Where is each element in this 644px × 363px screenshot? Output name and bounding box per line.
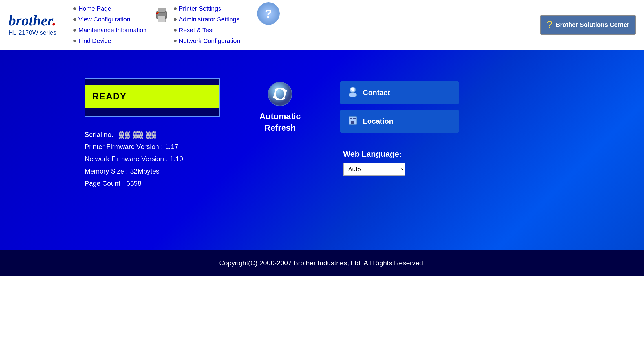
nav-bullet (73, 7, 76, 10)
nav-printer-settings-label: Printer Settings (179, 5, 221, 12)
nav-find-device[interactable]: Find Device (73, 37, 147, 45)
nav-right-col: Printer Settings Administrator Settings … (174, 5, 240, 45)
svg-rect-1 (158, 8, 165, 12)
location-label: Location (363, 117, 393, 126)
model-name: HL-2170W series (8, 29, 56, 36)
memory-label: Memory Size : (85, 165, 128, 177)
nav-left-col: Home Page View Configuration Maintenance… (73, 5, 147, 45)
location-icon (347, 114, 358, 128)
language-label: Web Language: (343, 150, 402, 159)
language-select[interactable]: Auto English French German Spanish Japan… (343, 163, 405, 176)
nav-admin-settings[interactable]: Administrator Settings (174, 16, 240, 23)
nav-reset-test-label: Reset & Test (179, 27, 214, 34)
status-bottom-bar (85, 108, 219, 116)
device-info: Serial no. : ▓▓ ▓▓ ▓▓ Printer Firmware V… (85, 128, 183, 189)
serial-label: Serial no. : (85, 128, 117, 141)
nav-bullet (174, 7, 177, 10)
nav-view-config-label: View Configuration (78, 16, 130, 23)
page-count-label: Page Count : (85, 177, 124, 189)
header: brother. HL-2170W series Home Page View … (0, 0, 644, 50)
svg-point-5 (268, 82, 292, 106)
nav-printer-settings[interactable]: Printer Settings (174, 5, 240, 12)
svg-rect-14 (353, 118, 356, 119)
nav-network-config-label: Network Configuration (179, 37, 240, 45)
nav-bullet (73, 29, 76, 32)
network-firmware-row: Network Firmware Version : 1.10 (85, 153, 183, 165)
memory-row: Memory Size : 32Mbytes (85, 165, 183, 177)
svg-rect-12 (351, 121, 354, 124)
logo-area: brother. HL-2170W series (8, 13, 56, 36)
solutions-center-button[interactable]: ? Brother Solutions Center (540, 15, 636, 35)
content-area: READY Serial no. : ▓▓ ▓▓ ▓▓ Printer Firm… (0, 67, 644, 233)
serial-value: ▓▓ ▓▓ ▓▓ (119, 128, 157, 141)
nav-reset-test[interactable]: Reset & Test (174, 27, 240, 34)
main-content: READY Serial no. : ▓▓ ▓▓ ▓▓ Printer Firm… (0, 50, 644, 276)
nav-home-label: Home Page (78, 5, 111, 12)
nav-bullet (174, 40, 177, 42)
nav-bullet (174, 29, 177, 32)
nav-area: Home Page View Configuration Maintenance… (73, 5, 540, 45)
refresh-label: AutomaticRefresh (259, 111, 301, 134)
svg-point-9 (351, 88, 354, 91)
contact-icon (347, 86, 358, 100)
nav-bullet (73, 40, 76, 42)
network-firmware-value: 1.10 (170, 153, 183, 165)
refresh-icon (267, 81, 293, 107)
page-count-value: 6558 (126, 177, 141, 189)
svg-rect-13 (350, 118, 352, 119)
status-ready: READY (85, 85, 219, 108)
contact-button[interactable]: Contact (340, 81, 459, 104)
svg-rect-3 (156, 13, 158, 14)
location-building-icon (347, 114, 358, 126)
contact-person-icon (347, 86, 358, 97)
nav-bullet (174, 18, 177, 21)
refresh-section[interactable]: AutomaticRefresh (259, 81, 301, 134)
nav-find-device-label: Find Device (78, 37, 111, 45)
copyright-text: Copyright(C) 2000-2007 Brother Industrie… (219, 259, 425, 267)
language-section: Web Language: Auto English French German… (343, 150, 467, 176)
firmware-value: 1.17 (165, 141, 178, 153)
svg-rect-2 (158, 16, 165, 22)
solutions-center-label: Brother Solutions Center (555, 21, 629, 29)
serial-row: Serial no. : ▓▓ ▓▓ ▓▓ (85, 128, 183, 141)
help-icon[interactable]: ? (257, 2, 280, 25)
nav-maintenance-label: Maintenance Information (78, 27, 147, 34)
footer: Copyright(C) 2000-2007 Brother Industrie… (0, 250, 644, 276)
nav-network-config[interactable]: Network Configuration (174, 37, 240, 45)
status-display: READY (85, 78, 220, 117)
nav-bullet (73, 18, 76, 21)
network-firmware-label: Network Firmware Version : (85, 153, 168, 165)
nav-maintenance[interactable]: Maintenance Information (73, 27, 147, 34)
firmware-label: Printer Firmware Version : (85, 141, 163, 153)
svg-rect-4 (157, 12, 159, 13)
brother-logo: brother. (8, 13, 56, 28)
page-count-row: Page Count : 6558 (85, 177, 183, 189)
nav-view-config[interactable]: View Configuration (73, 16, 147, 23)
memory-value: 32Mbytes (130, 165, 159, 177)
svg-point-10 (349, 93, 357, 97)
status-top-bar (85, 79, 219, 85)
status-section: READY Serial no. : ▓▓ ▓▓ ▓▓ Printer Firm… (85, 78, 226, 189)
firmware-row: Printer Firmware Version : 1.17 (85, 141, 183, 153)
solutions-btn-inner: ? Brother Solutions Center (546, 19, 629, 31)
nav-admin-settings-label: Administrator Settings (179, 16, 239, 23)
contact-label: Contact (363, 88, 390, 97)
solutions-question-icon: ? (546, 19, 552, 31)
printer-icon-area (155, 6, 168, 45)
right-section: Contact Location Web Language: Auto (340, 81, 467, 176)
printer-icon (155, 6, 168, 28)
location-button[interactable]: Location (340, 110, 459, 133)
nav-home[interactable]: Home Page (73, 5, 147, 12)
